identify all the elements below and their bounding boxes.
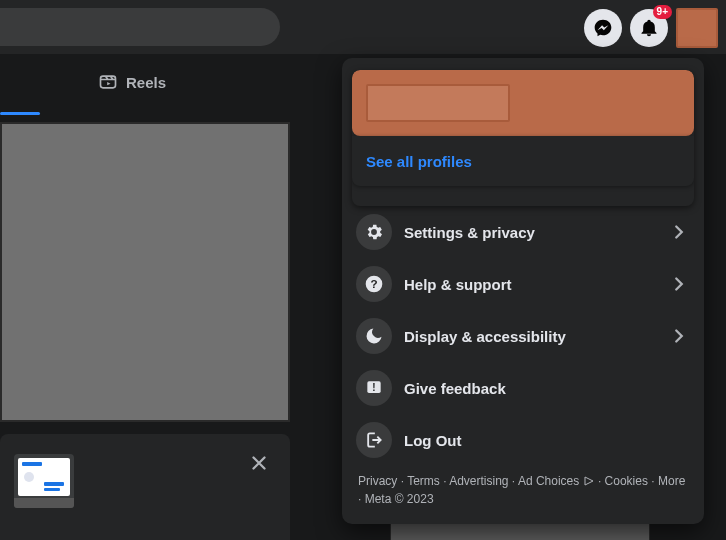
see-all-profiles[interactable]: See all profiles — [352, 136, 694, 186]
tab-reels[interactable]: Reels — [80, 57, 184, 107]
notifications-button[interactable]: 9+ — [630, 9, 668, 47]
legal-ad-choices[interactable]: Ad Choices — [518, 474, 595, 488]
left-column: Reels is browser, just click your profil… — [0, 54, 292, 540]
legal-terms[interactable]: Terms — [407, 474, 440, 488]
promo-thumbnail — [14, 454, 74, 508]
menu-label: Settings & privacy — [404, 224, 668, 241]
menu-label: Give feedback — [404, 380, 690, 397]
chevron-right-icon — [668, 273, 690, 295]
menu-help-support[interactable]: ? Help & support — [350, 258, 696, 310]
bell-icon — [639, 18, 659, 38]
logout-icon — [356, 422, 392, 458]
top-bar: 9+ — [0, 0, 726, 54]
account-avatar[interactable] — [676, 8, 718, 48]
question-icon: ? — [356, 266, 392, 302]
close-icon — [248, 452, 270, 474]
legal-links: Privacy · Terms · Advertising · Ad Choic… — [350, 466, 696, 516]
menu-log-out[interactable]: Log Out — [350, 414, 696, 466]
top-right-icons: 9+ — [584, 8, 718, 48]
menu-display-accessibility[interactable]: Display & accessibility — [350, 310, 696, 362]
legal-cookies[interactable]: Cookies — [605, 474, 648, 488]
search-input[interactable] — [0, 8, 280, 46]
moon-icon — [356, 318, 392, 354]
chevron-right-icon — [668, 325, 690, 347]
svg-text:?: ? — [370, 277, 377, 290]
messenger-button[interactable] — [584, 9, 622, 47]
legal-meta: Meta © 2023 — [365, 492, 434, 506]
svg-text:!: ! — [372, 382, 375, 393]
menu-label: Display & accessibility — [404, 328, 668, 345]
feedback-icon: ! — [356, 370, 392, 406]
content-preview[interactable] — [0, 122, 290, 422]
active-tab-indicator — [0, 112, 40, 115]
account-menu: See all profiles Settings & privacy ? He… — [342, 58, 704, 524]
notification-badge: 9+ — [653, 5, 672, 19]
profile-card-wrap: See all profiles — [352, 70, 694, 206]
promo-card: is browser, just click your profile — [0, 434, 290, 540]
profile-card[interactable] — [352, 70, 694, 136]
menu-label: Help & support — [404, 276, 668, 293]
profile-name-placeholder — [366, 84, 510, 122]
legal-advertising[interactable]: Advertising — [449, 474, 508, 488]
chevron-right-icon — [668, 221, 690, 243]
close-button[interactable] — [248, 452, 272, 476]
tab-reels-label: Reels — [126, 74, 166, 91]
menu-settings-privacy[interactable]: Settings & privacy — [350, 206, 696, 258]
reels-icon — [98, 72, 118, 92]
menu-give-feedback[interactable]: ! Give feedback — [350, 362, 696, 414]
menu-label: Log Out — [404, 432, 690, 449]
tabs-row: Reels — [0, 54, 292, 110]
legal-privacy[interactable]: Privacy — [358, 474, 397, 488]
ad-choices-icon — [583, 475, 595, 487]
legal-more[interactable]: More — [658, 474, 685, 488]
messenger-icon — [593, 18, 613, 38]
gear-icon — [356, 214, 392, 250]
svg-rect-0 — [101, 76, 116, 88]
